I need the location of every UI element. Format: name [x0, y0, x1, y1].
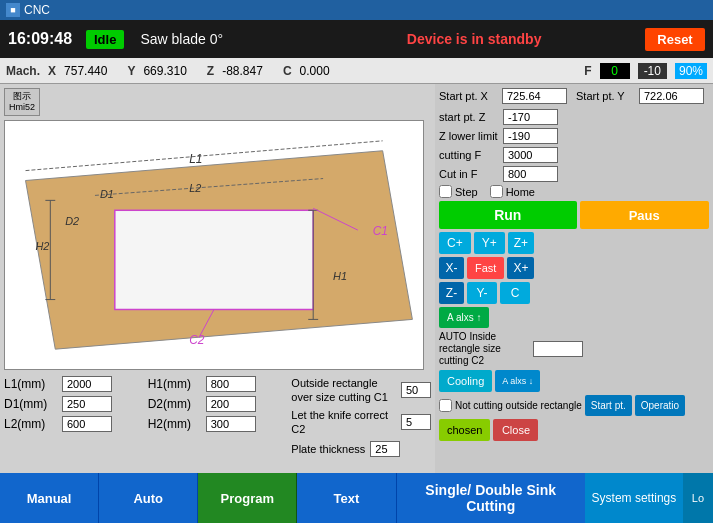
hmi-button[interactable]: 图示 Hmi52 — [4, 88, 40, 116]
c-minus-button[interactable]: C — [500, 282, 530, 304]
step-checkbox[interactable] — [439, 185, 452, 198]
coords-row: Mach. X 757.440 Y 669.310 Z -88.847 C 0.… — [0, 58, 713, 84]
home-checkbox[interactable] — [490, 185, 503, 198]
start-pt-x-input[interactable] — [502, 88, 567, 104]
svg-text:C2: C2 — [189, 333, 205, 347]
y-value: 669.310 — [143, 64, 186, 78]
standby-text: Device is in standby — [311, 31, 637, 47]
cutting-f-label: cutting F — [439, 149, 499, 161]
h2-input[interactable] — [206, 416, 256, 432]
knife-correct-param: Let the knife correct C2 — [291, 408, 431, 437]
d1-input[interactable] — [62, 396, 112, 412]
d1-param: D1(mm) — [4, 396, 144, 412]
text-button[interactable]: Text — [297, 473, 396, 523]
step-label: Step — [455, 186, 478, 198]
main-label: Single/ Double Sink Cutting — [397, 473, 585, 523]
diagram-canvas: L1 L2 H2 D2 D1 H1 C1 C2 — [4, 120, 424, 370]
z-lower-label: Z lower limit — [439, 130, 499, 142]
l1-param: L1(mm) — [4, 376, 144, 392]
reset-button[interactable]: Reset — [645, 28, 705, 51]
not-cutting-section: Not cutting outside rectangle Start pt. … — [439, 395, 709, 416]
diagram-svg: L1 L2 H2 D2 D1 H1 C1 C2 — [5, 121, 423, 369]
h1-input[interactable] — [206, 376, 256, 392]
close-button[interactable]: Close — [493, 419, 538, 441]
z-plus-button[interactable]: Z+ — [508, 232, 534, 254]
system-settings-button[interactable]: System settings — [585, 473, 683, 523]
plate-thickness-input[interactable] — [370, 441, 400, 457]
l2-param: L2(mm) — [4, 416, 144, 432]
outside-rect-param: Outside rectangle over size cutting C1 — [291, 376, 431, 405]
home-label: Home — [506, 186, 535, 198]
step-checkbox-item: Step — [439, 185, 478, 198]
l2-input[interactable] — [62, 416, 112, 432]
a-alxs1-button[interactable]: A alxs ↑ — [439, 307, 489, 328]
start-pt-button[interactable]: Start pt. — [585, 395, 632, 416]
content-area: 图示 Hmi52 L1 L2 H2 — [0, 84, 713, 473]
cooling-button[interactable]: Cooling — [439, 370, 492, 392]
z-lower-row: Z lower limit — [439, 128, 709, 144]
svg-rect-1 — [115, 210, 313, 309]
h2-label: H2(mm) — [148, 417, 203, 431]
start-pt-y-input[interactable] — [639, 88, 704, 104]
run-pause-row: Run Paus — [439, 201, 709, 229]
app-title: CNC — [24, 3, 50, 17]
z-minus-button[interactable]: Z- — [439, 282, 464, 304]
x-minus-button[interactable]: X- — [439, 257, 464, 279]
auto-rect-label: AUTO Inside rectangle size cutting C2 — [439, 331, 529, 367]
a-alxs2-button[interactable]: A alxs ↓ — [495, 370, 540, 392]
operation-button[interactable]: Operatio — [635, 395, 685, 416]
program-button[interactable]: Program — [198, 473, 297, 523]
l1-input[interactable] — [62, 376, 112, 392]
not-cutting-label: Not cutting outside rectangle — [455, 400, 582, 412]
svg-text:D2: D2 — [65, 215, 79, 227]
cut-in-f-row: Cut in F — [439, 166, 709, 182]
cutting-f-row: cutting F — [439, 147, 709, 163]
h1-param: H1(mm) — [148, 376, 288, 392]
h2-param: H2(mm) — [148, 416, 288, 432]
c-value: 0.000 — [300, 64, 330, 78]
home-checkbox-item: Home — [490, 185, 535, 198]
l2-label: L2(mm) — [4, 417, 59, 431]
auto-button[interactable]: Auto — [99, 473, 198, 523]
manual-button[interactable]: Manual — [0, 473, 99, 523]
y-label: Y — [127, 64, 135, 78]
svg-text:H2: H2 — [35, 240, 49, 252]
cut-in-f-input[interactable] — [503, 166, 558, 182]
y-plus-button[interactable]: Y+ — [474, 232, 505, 254]
right-panel: Start pt. X Start pt. Y start pt. Z Z lo… — [435, 84, 713, 473]
y-minus-button[interactable]: Y- — [467, 282, 497, 304]
h1-label: H1(mm) — [148, 377, 203, 391]
outside-rect-input[interactable] — [401, 382, 431, 398]
diagram-section: 图示 Hmi52 L1 L2 H2 — [0, 84, 435, 473]
z-lower-input[interactable] — [503, 128, 558, 144]
auto-rect-input[interactable] — [533, 341, 583, 357]
c-plus-button[interactable]: C+ — [439, 232, 471, 254]
knife-correct-input[interactable] — [401, 414, 431, 430]
run-button[interactable]: Run — [439, 201, 577, 229]
knife-correct-label: Let the knife correct C2 — [291, 408, 396, 437]
cutting-f-input[interactable] — [503, 147, 558, 163]
footer: Manual Auto Program Text Single/ Double … — [0, 473, 713, 523]
z-label: Z — [207, 64, 214, 78]
not-cutting-checkbox[interactable] — [439, 399, 452, 412]
mach-label: Mach. — [6, 64, 40, 78]
time-display: 16:09:48 — [8, 30, 78, 48]
start-pt-y-label: Start pt. Y — [576, 90, 636, 102]
pause-button[interactable]: Paus — [580, 201, 710, 229]
chosen-button[interactable]: chosen — [439, 419, 490, 441]
cut-in-f-label: Cut in F — [439, 168, 499, 180]
alxs-row: A alxs ↑ — [439, 307, 709, 328]
start-pt-z-row: start pt. Z — [439, 109, 709, 125]
x-value: 757.440 — [64, 64, 107, 78]
params-grid: L1(mm) D1(mm) L2(mm) H1(mm) — [4, 376, 431, 457]
d2-input[interactable] — [206, 396, 256, 412]
start-pt-z-input[interactable] — [503, 109, 558, 125]
fast-button[interactable]: Fast — [467, 257, 504, 279]
x-plus-button[interactable]: X+ — [507, 257, 534, 279]
app-icon: ■ — [6, 3, 20, 17]
plate-thickness-param: Plate thickness — [291, 441, 431, 457]
cyz-plus-row: C+ Y+ Z+ — [439, 232, 709, 254]
plate-thickness-label: Plate thickness — [291, 442, 365, 456]
d2-label: D2(mm) — [148, 397, 203, 411]
last-button[interactable]: Lo — [683, 473, 713, 523]
